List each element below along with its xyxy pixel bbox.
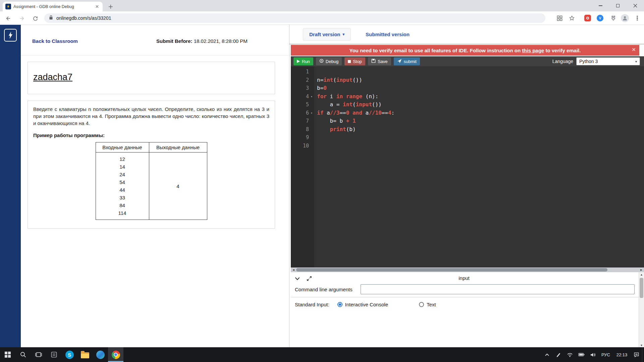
edge-app-button[interactable] — [93, 347, 108, 362]
run-button[interactable]: Run — [293, 57, 313, 65]
io-panel: input Command line arguments Standard In… — [291, 272, 644, 348]
task-description: Введите с клавиатуры n положительных цел… — [33, 106, 269, 127]
action-center-icon[interactable] — [631, 347, 642, 362]
table-input-value: 54 — [96, 178, 149, 186]
io-panel-header: input — [291, 272, 644, 284]
line-number: 5 — [291, 101, 314, 109]
save-button[interactable]: Save — [368, 57, 391, 65]
code-line[interactable]: 3b=0 — [291, 84, 644, 93]
tray-expand-chevron-icon[interactable] — [541, 347, 553, 362]
address-bar[interactable]: onlinegdb.com/s/as/33201 — [44, 13, 545, 23]
reload-icon[interactable] — [31, 14, 40, 23]
code-editor[interactable]: 12n=int(input())3b=04▾for i in range (n)… — [291, 66, 644, 267]
debug-icon — [319, 59, 324, 64]
table-input-value: 24 — [96, 171, 149, 178]
start-button[interactable] — [0, 347, 15, 362]
site-favicon-lightning-icon — [5, 4, 11, 9]
profile-avatar[interactable] — [621, 14, 629, 22]
fold-arrow-icon[interactable]: ▾ — [309, 109, 314, 117]
tab-close-icon[interactable] — [94, 4, 100, 9]
table-input-value: 33 — [96, 194, 149, 201]
skype-app-button[interactable]: S — [62, 347, 77, 362]
minimize-button[interactable] — [592, 0, 609, 11]
vscroll-thumb[interactable] — [640, 278, 643, 298]
extensions-puzzle-icon[interactable] — [608, 14, 616, 22]
browser-titlebar: Assignment - GDB online Debug — [0, 0, 644, 11]
forward-icon[interactable] — [17, 14, 26, 23]
io-vertical-scrollbar[interactable]: ▲ ▼ — [639, 272, 644, 348]
code-line[interactable]: 6▾if a//3==0 and a//10==4: — [291, 109, 644, 117]
code-line[interactable]: 2n=int(input()) — [291, 76, 644, 84]
taskbar-search-button[interactable] — [15, 347, 31, 362]
submit-before: Submit Before: 18.02.2021, 8:28:00 PM — [156, 38, 248, 44]
close-window-button[interactable] — [627, 0, 644, 11]
submit-before-value: 18.02.2021, 8:28:00 PM — [194, 38, 248, 44]
pen-icon[interactable] — [553, 347, 564, 362]
command-line-input[interactable] — [361, 284, 635, 294]
apps-grid-icon[interactable] — [555, 14, 564, 22]
code-line[interactable]: 1 — [291, 68, 644, 76]
wifi-icon[interactable] — [564, 347, 576, 362]
hscroll-thumb[interactable] — [296, 268, 607, 272]
line-number: 7 — [291, 117, 314, 125]
assignment-header: Back to Classroom Submit Before: 18.02.2… — [21, 25, 289, 56]
keyboard-language-indicator[interactable]: РУС — [598, 347, 613, 362]
code-line[interactable]: 4▾for i in range (n): — [291, 93, 644, 101]
new-tab-button[interactable] — [107, 3, 115, 11]
language-label: Language — [552, 59, 573, 64]
taskbar-app-icon[interactable] — [46, 347, 62, 362]
radio-interactive-console[interactable] — [337, 302, 342, 307]
maximize-button[interactable] — [609, 0, 627, 11]
language-select[interactable]: Python 3 ▾ — [576, 57, 640, 65]
tab-title: Assignment - GDB online Debug — [13, 4, 92, 9]
stop-button[interactable]: Stop — [344, 57, 365, 65]
table-input-value: 114 — [96, 209, 149, 217]
table-header-output: Выходные данные — [149, 142, 207, 153]
back-to-classroom-link[interactable]: Back to Classroom — [32, 38, 78, 44]
radio-text[interactable] — [419, 302, 424, 307]
play-icon — [297, 60, 300, 63]
vscroll-up-arrow[interactable]: ▲ — [639, 272, 644, 277]
task-title: zadacha7 — [33, 72, 275, 82]
tab-draft-version[interactable]: Draft version ▾ — [303, 28, 351, 41]
volume-icon[interactable] — [587, 347, 598, 362]
hscroll-right-arrow[interactable]: ► — [639, 267, 644, 272]
code-line[interactable]: 10 — [291, 142, 644, 150]
task-description-card: Введите с клавиатуры n положительных цел… — [28, 101, 275, 229]
stop-icon — [348, 60, 351, 63]
taskbar-clock[interactable]: 22:13 — [613, 347, 631, 362]
code-text: a = int(input()) — [314, 101, 382, 109]
lightning-logo-icon[interactable] — [4, 29, 17, 42]
tab-submitted-label: Submitted version — [366, 32, 410, 37]
code-text: b=0 — [314, 84, 327, 93]
browser-menu-icon[interactable] — [633, 14, 641, 22]
command-line-label: Command line arguments — [295, 286, 361, 293]
back-icon[interactable] — [4, 14, 13, 23]
battery-icon[interactable] — [576, 347, 587, 362]
this-page-link[interactable]: this page — [522, 48, 544, 53]
submit-button[interactable]: submit — [394, 57, 420, 65]
code-line[interactable]: 8 print(b) — [291, 125, 644, 134]
language-value: Python 3 — [579, 59, 598, 64]
tab-submitted-version[interactable]: Submitted version — [360, 28, 416, 40]
bookmark-star-icon[interactable] — [568, 14, 576, 22]
hscroll-left-arrow[interactable]: ◄ — [291, 267, 296, 272]
extension-icon-red[interactable] — [584, 14, 592, 22]
file-explorer-button[interactable] — [77, 347, 93, 362]
editor-horizontal-scrollbar[interactable]: ◄ ► — [291, 267, 644, 272]
browser-tab[interactable]: Assignment - GDB online Debug — [3, 2, 103, 11]
vk-extension-icon[interactable]: V — [596, 14, 604, 22]
chrome-app-button[interactable] — [108, 347, 123, 362]
chrome-icon — [112, 351, 120, 359]
code-text — [314, 133, 317, 142]
line-number: 9 — [291, 133, 314, 142]
show-desktop-button[interactable] — [642, 347, 644, 362]
ide-toolbar: Run Debug Stop Save — [291, 56, 644, 66]
task-view-button[interactable] — [31, 347, 46, 362]
fold-arrow-icon[interactable]: ▾ — [309, 93, 314, 101]
code-line[interactable]: 9 — [291, 133, 644, 142]
code-line[interactable]: 7 b= b + 1 — [291, 117, 644, 125]
code-line[interactable]: 5 a = int(input()) — [291, 101, 644, 109]
banner-close-icon[interactable]: × — [632, 46, 636, 53]
debug-button[interactable]: Debug — [316, 57, 342, 65]
